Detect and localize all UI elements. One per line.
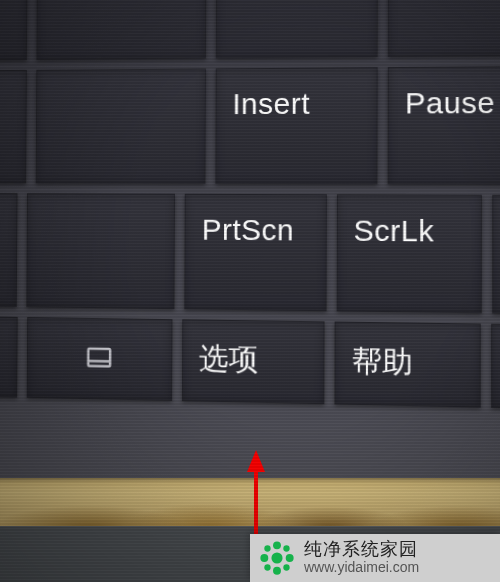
svg-point-12 — [283, 564, 289, 570]
svg-marker-3 — [247, 450, 265, 472]
watermark: 纯净系统家园 www.yidaimei.com — [250, 534, 500, 582]
svg-point-4 — [271, 552, 282, 563]
key-blank[interactable] — [0, 70, 27, 184]
key-blank[interactable] — [0, 193, 18, 307]
key-blank[interactable] — [0, 316, 17, 398]
key-options[interactable]: 选项 — [181, 319, 324, 404]
key-pgdn[interactable]: PgDn — [388, 0, 500, 57]
key-blank[interactable] — [0, 0, 28, 61]
watermark-url: www.yidaimei.com — [304, 560, 419, 575]
svg-point-6 — [273, 567, 281, 575]
svg-point-5 — [273, 541, 281, 549]
on-screen-keyboard: Del End PgDn Insert Pause PrtScn ScrLk 亻 — [0, 0, 500, 410]
screen-photo: Del End PgDn Insert Pause PrtScn ScrLk 亻 — [0, 0, 500, 582]
svg-point-9 — [264, 545, 270, 551]
svg-point-7 — [260, 554, 268, 562]
watermark-title: 纯净系统家园 — [304, 540, 419, 560]
key-partial[interactable]: 汐 — [491, 324, 500, 410]
key-pause[interactable]: Pause — [388, 66, 500, 185]
svg-rect-0 — [88, 349, 110, 367]
key-insert[interactable]: Insert — [215, 67, 377, 184]
key-prtscn[interactable]: PrtScn — [185, 194, 327, 311]
svg-point-11 — [264, 564, 270, 570]
desktop-wallpaper — [0, 478, 500, 528]
svg-point-8 — [286, 554, 294, 562]
key-dock[interactable] — [27, 317, 172, 401]
svg-point-10 — [283, 545, 289, 551]
watermark-logo-icon — [258, 539, 296, 577]
key-help[interactable]: 帮助 — [334, 321, 481, 407]
key-scrlk[interactable]: ScrLk — [336, 194, 481, 313]
watermark-text: 纯净系统家园 www.yidaimei.com — [304, 540, 419, 575]
dock-icon — [84, 344, 113, 374]
key-blank[interactable] — [27, 193, 176, 309]
key-blank[interactable] — [36, 68, 206, 183]
key-partial[interactable]: 亻 — [492, 195, 500, 315]
key-end[interactable]: End — [216, 0, 378, 58]
key-del[interactable]: Del — [36, 0, 206, 60]
